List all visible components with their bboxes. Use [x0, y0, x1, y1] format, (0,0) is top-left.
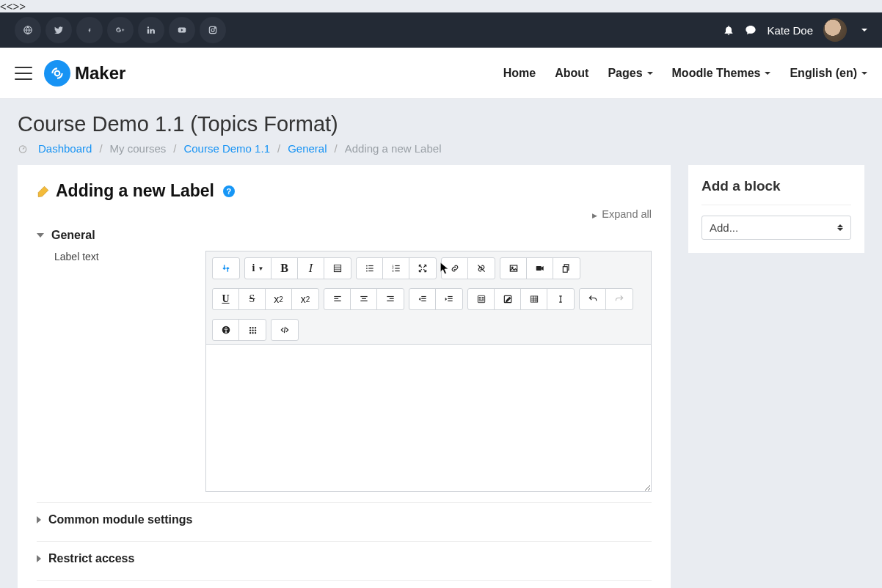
toggle-closed-icon [37, 516, 41, 523]
toolbar-toggle[interactable] [213, 258, 239, 279]
label-text-label: Label text [37, 251, 205, 492]
outdent-button[interactable] [409, 289, 436, 309]
svg-point-4 [214, 28, 215, 29]
add-block-select[interactable]: Add... [701, 216, 851, 240]
svg-rect-31 [390, 298, 394, 299]
bc-sep: / [335, 142, 338, 155]
editor-textarea[interactable] [206, 345, 651, 491]
underline-button[interactable]: U [213, 289, 239, 309]
svg-rect-27 [360, 296, 367, 297]
nav-about[interactable]: About [555, 67, 588, 80]
svg-rect-38 [448, 301, 452, 301]
unlink-button[interactable] [468, 258, 495, 279]
nav-pages[interactable]: Pages [608, 67, 652, 80]
svg-rect-41 [481, 297, 484, 298]
image-button[interactable] [500, 258, 527, 279]
bc-dashboard[interactable]: Dashboard [38, 142, 92, 155]
equation-button[interactable] [468, 289, 495, 309]
svg-point-8 [366, 268, 368, 269]
toggle-open-icon [37, 233, 44, 238]
style-dropdown[interactable]: i ▼ [245, 258, 271, 279]
user-menu-caret[interactable] [861, 29, 867, 32]
align-right-button[interactable] [377, 289, 404, 309]
help-icon[interactable]: ? [223, 185, 235, 197]
svg-rect-46 [531, 296, 537, 302]
field-label-text: Label text i ▼ B I [37, 251, 652, 492]
table-button[interactable] [521, 289, 547, 309]
nav-language[interactable]: English (en) [790, 67, 867, 80]
svg-point-7 [366, 265, 368, 267]
braille-button[interactable] [239, 320, 266, 340]
menu-toggle[interactable] [15, 67, 32, 80]
section-general[interactable]: General [37, 224, 652, 246]
nav-language-label: English (en) [790, 67, 857, 80]
svg-rect-23 [563, 267, 567, 273]
svg-rect-40 [478, 297, 481, 298]
svg-rect-44 [478, 301, 484, 301]
logo[interactable]: Maker [44, 60, 125, 87]
superscript-button[interactable]: x2 [292, 289, 318, 309]
svg-rect-30 [387, 296, 393, 297]
number-list-button[interactable]: 123 [383, 258, 409, 279]
username-label[interactable]: Kate Doe [767, 24, 813, 37]
video-button[interactable] [527, 258, 553, 279]
message-icon[interactable] [745, 24, 757, 36]
svg-rect-36 [448, 296, 452, 297]
nav-themes[interactable]: Moodle Themes [672, 67, 771, 80]
svg-rect-32 [387, 301, 393, 301]
section-activity-completion[interactable]: Activity completion [37, 580, 652, 588]
nav-pages-label: Pages [608, 67, 642, 80]
section-common-module-label: Common module settings [48, 513, 192, 526]
editor-toolbar: i ▼ B I [206, 251, 651, 345]
file-button[interactable] [553, 258, 580, 279]
svg-rect-37 [448, 298, 452, 299]
page-title: Course Demo 1.1 (Topics Format) [18, 112, 864, 136]
youtube-icon[interactable] [169, 17, 195, 43]
svg-rect-43 [481, 298, 484, 299]
edit-button[interactable] [495, 289, 521, 309]
instagram-icon[interactable] [200, 17, 226, 43]
facebook-icon[interactable] [76, 17, 103, 43]
bc-course[interactable]: Course Demo 1.1 [183, 142, 270, 155]
social-links [15, 17, 226, 43]
divider [701, 205, 851, 205]
svg-rect-25 [334, 298, 338, 299]
italic-button[interactable]: I [298, 258, 324, 279]
align-center-button[interactable] [351, 289, 377, 309]
svg-rect-35 [421, 301, 426, 301]
undo-button[interactable] [580, 289, 606, 309]
editor: i ▼ B I [205, 251, 652, 492]
svg-point-3 [211, 29, 214, 32]
linkedin-icon[interactable] [138, 17, 164, 43]
svg-point-57 [255, 332, 256, 334]
expand-all[interactable]: Expand all [37, 208, 652, 220]
googleplus-icon[interactable] [107, 17, 134, 43]
avatar[interactable] [823, 18, 847, 42]
indent-button[interactable] [436, 289, 462, 309]
grid-button[interactable] [324, 258, 351, 279]
clear-format-button[interactable] [547, 289, 574, 309]
section-restrict-access[interactable]: Restrict access [37, 541, 652, 570]
svg-point-5 [19, 145, 26, 152]
link-button[interactable] [442, 258, 468, 279]
subscript-button[interactable]: x2 [266, 289, 292, 309]
section-common-module[interactable]: Common module settings [37, 502, 652, 531]
strikethrough-button[interactable]: S [239, 289, 266, 309]
svg-rect-12 [368, 271, 373, 271]
topbar: Kate Doe [0, 12, 882, 48]
sidebar: Add a block Add... [688, 165, 864, 253]
svg-text:3: 3 [392, 269, 394, 273]
caret-icon [861, 72, 867, 75]
bold-button[interactable]: B [271, 258, 298, 279]
bc-general[interactable]: General [288, 142, 327, 155]
align-left-button[interactable] [324, 289, 351, 309]
expand-button[interactable] [409, 258, 436, 279]
globe-icon[interactable] [15, 17, 41, 43]
twitter-icon[interactable] [45, 17, 72, 43]
bell-icon[interactable] [723, 24, 735, 36]
bullet-list-button[interactable] [357, 258, 383, 279]
accessibility-button[interactable] [213, 320, 239, 340]
redo-button[interactable] [606, 289, 633, 309]
html-button[interactable] [271, 320, 298, 340]
nav-home[interactable]: Home [503, 67, 536, 80]
